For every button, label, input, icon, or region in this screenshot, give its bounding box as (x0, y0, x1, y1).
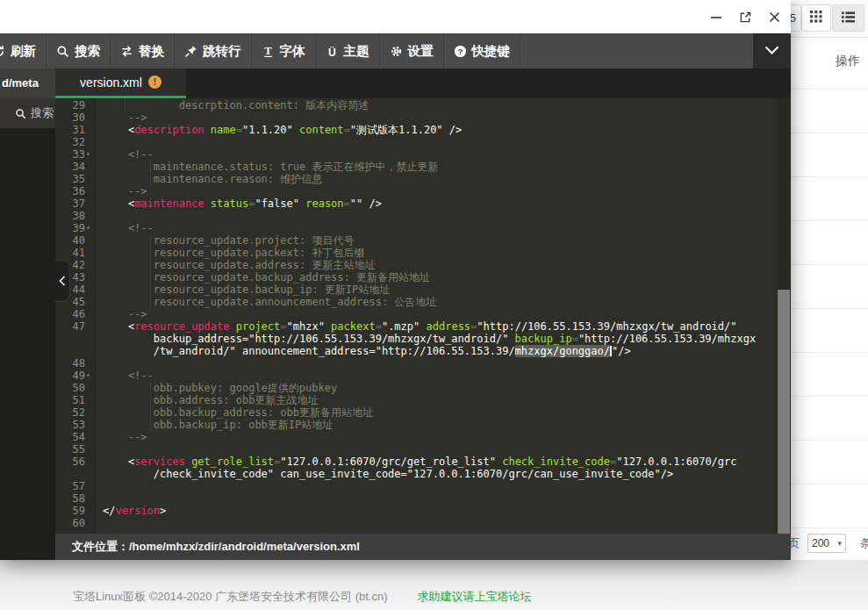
code-line[interactable]: 42 resource_update.address: 更新主站地址 (55, 259, 791, 271)
code-text: resource_update.backup_ip: 更新IP站地址 (103, 283, 390, 296)
toolbar-button-font[interactable]: T字体 (252, 33, 316, 68)
scrollbar-thumb[interactable] (778, 290, 790, 534)
forum-link[interactable]: 求助建议请上宝塔论坛 (418, 590, 532, 603)
fold-arrow-icon[interactable]: ▾ (86, 148, 90, 161)
toolbar-button-settings[interactable]: 设置 (380, 33, 444, 68)
line-number[interactable]: 32 (55, 136, 96, 148)
code-line[interactable]: 55 (55, 443, 791, 456)
code-line[interactable]: 44 resource_update.backup_ip: 更新IP站地址 (55, 283, 791, 296)
line-number[interactable]: 57 (55, 480, 96, 492)
code-line[interactable]: backup_address="http://106.55.153.39/mhz… (55, 333, 791, 345)
line-number[interactable]: 37 (55, 197, 96, 210)
goto-line-icon (184, 45, 197, 58)
line-number[interactable]: 58 (55, 492, 96, 505)
maximize-button[interactable] (737, 9, 753, 25)
line-number[interactable]: 54 (55, 431, 96, 443)
per-page-select[interactable]: 200 ▾ (807, 534, 846, 553)
toolbar-button-shortcuts[interactable]: ?快捷键 (444, 33, 521, 68)
code-line[interactable]: 29 descrption.content: 版本内容简述 (55, 99, 791, 111)
code-line[interactable]: 34 maintenance.status: true 表示正在维护中，禁止更新 (55, 161, 791, 173)
code-text: <!-- (103, 222, 154, 234)
line-number[interactable]: 59 (55, 505, 96, 517)
code-line[interactable]: 47 <resource_update project="mhzx" packe… (55, 320, 791, 333)
toolbar-button-goto-line[interactable]: 跳转行 (175, 33, 252, 68)
code-line[interactable]: /check_invite_code" can_use_invite_code=… (55, 468, 791, 480)
tab-bar: d/meta version.xml ! (0, 68, 791, 98)
code-line[interactable]: 36 --> (55, 185, 791, 197)
code-line[interactable]: 52 obb.backup_address: obb更新备用站地址 (55, 406, 791, 419)
code-line[interactable]: 60 (55, 517, 791, 529)
code-line[interactable]: 45 resource_update.announcement_address:… (55, 296, 791, 308)
toolbar-collapse-button[interactable] (753, 33, 791, 68)
line-number[interactable]: 48 (55, 357, 96, 370)
code-text: resource_update.backup_address: 更新备用站地址 (103, 271, 430, 283)
toolbar-button-refresh[interactable]: 刷新 (0, 33, 47, 68)
code-line[interactable]: 58 (55, 492, 791, 505)
table-row (791, 265, 868, 309)
fold-arrow-icon[interactable]: ▾ (86, 370, 90, 382)
tab-version-xml[interactable]: version.xml ! (55, 68, 186, 98)
line-number[interactable]: 53 (55, 419, 96, 431)
code-editor[interactable]: 29 descrption.content: 版本内容简述30 -->31 <d… (55, 98, 791, 534)
line-number[interactable]: 60 (55, 517, 96, 529)
code-line[interactable]: 53 obb.backup_ip: obb更新IP站地址 (55, 419, 791, 431)
code-line[interactable]: 30 --> (55, 111, 791, 124)
table-row (791, 484, 868, 528)
line-number[interactable]: 29 (55, 99, 96, 111)
code-line[interactable]: /tw_android/" announcement_address="http… (55, 345, 791, 357)
code-line[interactable]: 35 maintenance.reason: 维护信息 (55, 173, 791, 185)
code-line[interactable]: 59</version> (55, 505, 791, 517)
editor-scrollbar[interactable] (777, 98, 791, 534)
code-line[interactable]: 31 <description name="1.1.20" content="测… (55, 124, 791, 136)
file-search[interactable]: 搜索 (0, 98, 55, 128)
code-line[interactable]: 38 (55, 210, 791, 222)
code-line[interactable]: 49▾ <!-- (55, 370, 791, 382)
list-view-button[interactable] (832, 4, 864, 32)
line-number[interactable]: 41 (55, 247, 96, 259)
fold-arrow-icon[interactable]: ▾ (86, 222, 90, 234)
code-line[interactable]: 41 resource_update.packext: 补丁包后缀 (55, 247, 791, 259)
code-line[interactable]: 33▾ <!-- (55, 148, 791, 161)
sidebar-collapse-handle[interactable] (55, 260, 70, 302)
status-bar: 文件位置：/home/mhzx/zdir/android/meta/versio… (55, 534, 791, 560)
table-header-operations: 操作 (791, 38, 868, 90)
toolbar-button-search[interactable]: 搜索 (47, 33, 111, 68)
grid-view-button[interactable] (801, 4, 831, 32)
line-number[interactable]: 55 (55, 443, 96, 456)
line-number[interactable]: 35 (55, 173, 96, 185)
code-line[interactable]: 54 --> (55, 431, 791, 443)
line-number[interactable]: 47 (55, 320, 96, 333)
toolbar-button-label: 搜索 (75, 43, 100, 60)
code-line[interactable]: 32 (55, 136, 791, 148)
line-number[interactable]: 52 (55, 406, 96, 419)
minimize-button[interactable] (708, 9, 724, 25)
line-number[interactable]: 34 (55, 161, 96, 173)
line-number[interactable]: 30 (55, 111, 96, 124)
code-line[interactable]: 43 resource_update.backup_address: 更新备用站… (55, 271, 791, 283)
code-line[interactable]: 37 <maintenance status="false" reason=""… (55, 197, 791, 210)
code-line[interactable]: 46 --> (55, 308, 791, 320)
line-number[interactable]: 46 (55, 308, 96, 320)
background-page-column: 5 操作 (791, 0, 868, 560)
code-line[interactable]: 40 resource_update.project: 项目代号 (55, 234, 791, 247)
line-number[interactable]: 36 (55, 185, 96, 197)
file-manager-toolbar: 5 (791, 0, 868, 38)
line-number[interactable]: 38 (55, 210, 96, 222)
toolbar-button-theme[interactable]: Ü主题 (316, 33, 380, 68)
close-icon[interactable] (766, 9, 782, 25)
code-line[interactable]: 56 <services get_role_list="127.0.0.1:60… (55, 456, 791, 468)
code-line[interactable]: 39▾ <!-- (55, 222, 791, 234)
svg-text:Ü: Ü (328, 45, 336, 57)
code-text: /check_invite_code" can_use_invite_code=… (103, 468, 673, 480)
code-line[interactable]: 51 obb.address: obb更新主战地址 (55, 394, 791, 406)
line-number[interactable]: 40 (55, 234, 96, 247)
line-number[interactable]: 51 (55, 394, 96, 406)
breadcrumb: d/meta (0, 68, 55, 98)
code-line[interactable]: 57 (55, 480, 791, 492)
toolbar-button-replace[interactable]: 替换 (111, 33, 175, 68)
line-number[interactable]: 50 (55, 382, 96, 394)
line-number[interactable]: 56 (55, 456, 96, 468)
code-line[interactable]: 50 obb.pubkey: google提供的pubkey (55, 382, 791, 394)
code-line[interactable]: 48 (55, 357, 791, 370)
line-number[interactable]: 31 (55, 124, 96, 136)
